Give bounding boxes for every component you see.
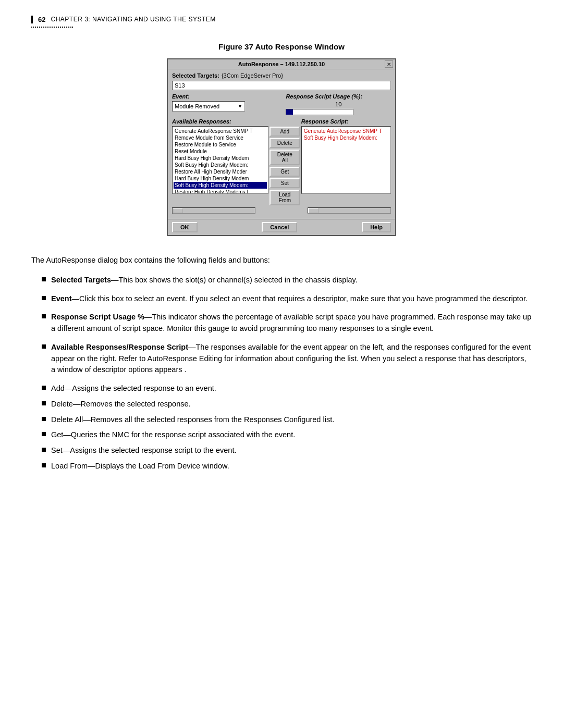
bullet-text: Selected Targets—This box shows the slot… <box>51 275 358 286</box>
bullet-icon <box>42 314 46 318</box>
simple-bullet-set: Set—Assigns the selected response script… <box>42 445 532 456</box>
bullet-text: Response Script Usage %—This indicator s… <box>51 312 532 335</box>
bullet-icon <box>42 401 46 405</box>
bullet-icon <box>42 417 46 421</box>
bullet-icon <box>42 386 46 390</box>
bullet-selected-targets: Selected Targets—This box shows the slot… <box>42 275 532 286</box>
dialog-body: Selected Targets: {3Com EdgeServer Pro} … <box>168 69 395 217</box>
simple-bullet-text: Set—Assigns the selected response script… <box>51 445 236 456</box>
script-item[interactable]: Soft Busy High Density Modem: <box>303 134 389 141</box>
bullet-icon <box>42 448 46 452</box>
scroll-row <box>172 207 391 214</box>
bullet-term: Event <box>51 294 72 303</box>
bullet-icon <box>42 296 46 300</box>
get-button[interactable]: Get <box>270 167 300 177</box>
scroll-thumb[interactable] <box>308 208 319 213</box>
simple-bullet-delete: Delete—Removes the selected response. <box>42 399 532 410</box>
bullet-term: Available Responses/Response Script <box>51 343 188 351</box>
response-usage-col: Response Script Usage (%): 10 <box>286 93 391 115</box>
simple-bullet-delete-all: Delete All—Removes all the selected resp… <box>42 414 532 426</box>
selected-targets-row: Selected Targets: {3Com EdgeServer Pro} <box>172 72 391 79</box>
event-value: Module Removed <box>175 103 219 109</box>
available-response-section: Available Responses: Generate AutoRespon… <box>172 118 391 205</box>
add-button[interactable]: Add <box>270 127 300 137</box>
response-usage-label: Response Script Usage (%): <box>286 93 391 100</box>
scroll-thumb[interactable] <box>173 208 183 213</box>
action-buttons-col: Add Delete Delete All Get Set Load From <box>268 118 301 205</box>
dialog-title: AutoResponse – 149.112.250.10 <box>178 61 385 67</box>
event-col: Event: Module Removed ▼ <box>172 93 277 115</box>
simple-bullet-text: Load From—Displays the Load From Device … <box>51 461 229 472</box>
list-item[interactable]: Soft Busy High Density Modem: <box>174 162 267 168</box>
help-button[interactable]: Help <box>362 222 391 232</box>
usage-value: 10 <box>286 101 391 107</box>
page-number: 62 <box>38 16 45 23</box>
script-label: Response Script: <box>301 118 391 125</box>
simple-bullet-text: Delete All—Removes all the selected resp… <box>51 414 334 426</box>
delete-button[interactable]: Delete <box>270 138 300 148</box>
page-header: 62 Chapter 3: Navigating and Using the S… <box>31 16 532 23</box>
bullet-event: Event—Click this box to select an event.… <box>42 293 532 305</box>
dropdown-arrow-icon: ▼ <box>238 104 242 109</box>
bullet-term: Response Script Usage % <box>51 313 144 321</box>
list-item[interactable]: Hard Busy High Density Modem <box>174 155 267 162</box>
dialog-titlebar: AutoResponse – 149.112.250.10 ✕ <box>168 59 395 69</box>
body-intro: The AutoResponse dialog box contains the… <box>31 255 532 266</box>
list-item[interactable]: Restore All High Density Moder <box>174 168 267 175</box>
close-button[interactable]: ✕ <box>385 60 393 68</box>
bullet-available-responses: Available Responses/Response Script—The … <box>42 342 532 376</box>
cancel-button[interactable]: Cancel <box>262 222 297 232</box>
header-divider <box>31 27 73 28</box>
bullet-list: Selected Targets—This box shows the slot… <box>42 275 532 376</box>
simple-bullet-text: Get—Queries the NMC for the response scr… <box>51 429 295 441</box>
event-dropdown[interactable]: Module Removed ▼ <box>172 101 245 112</box>
set-button[interactable]: Set <box>270 178 300 188</box>
bullet-response-usage: Response Script Usage %—This indicator s… <box>42 312 532 335</box>
simple-bullet-get: Get—Queries the NMC for the response scr… <box>42 429 532 441</box>
list-item[interactable]: Reset Module <box>174 148 267 155</box>
bullet-icon <box>42 277 46 281</box>
available-col: Available Responses: Generate AutoRespon… <box>172 118 268 205</box>
list-item[interactable]: Hard Busy High Density Modem <box>174 175 267 182</box>
scroll-bar-right[interactable] <box>308 207 391 214</box>
bullet-icon <box>42 344 46 349</box>
usage-bar-fill <box>286 109 293 115</box>
bullet-text: Available Responses/Response Script—The … <box>51 342 532 376</box>
selected-targets-label: Selected Targets: <box>172 72 219 79</box>
dialog-footer: OK Cancel Help <box>168 219 395 235</box>
usage-bar <box>286 109 353 115</box>
list-item-highlighted[interactable]: Soft Busy High Density Modem: <box>174 182 267 189</box>
scroll-bar-left[interactable] <box>172 207 255 214</box>
list-item[interactable]: Remove Module from Service <box>174 134 267 141</box>
available-label: Available Responses: <box>172 118 268 125</box>
list-item[interactable]: Restore High Density Modems I <box>174 189 267 194</box>
list-item[interactable]: Generate AutoResponse SNMP T <box>174 128 267 134</box>
ok-button[interactable]: OK <box>172 222 198 232</box>
simple-bullet-load-from: Load From—Displays the Load From Device … <box>42 461 532 472</box>
simple-bullet-text: Delete—Removes the selected response. <box>51 399 191 410</box>
dialog-window: AutoResponse – 149.112.250.10 ✕ Selected… <box>167 58 396 236</box>
event-response-row: Event: Module Removed ▼ Response Script … <box>172 93 391 115</box>
script-col: Response Script: Generate AutoResponse S… <box>301 118 391 205</box>
event-label: Event: <box>172 93 277 100</box>
simple-bullet-text: Add—Assigns the selected response to an … <box>51 383 216 394</box>
simple-bullet-add: Add—Assigns the selected response to an … <box>42 383 532 394</box>
s13-field[interactable]: S13 <box>172 81 391 90</box>
selected-targets-value: {3Com EdgeServer Pro} <box>222 72 283 79</box>
simple-bullet-list: Add—Assigns the selected response to an … <box>42 383 532 472</box>
bullet-term: Selected Targets <box>51 276 111 284</box>
script-item[interactable]: Generate AutoResponse SNMP T <box>303 128 389 134</box>
delete-all-button[interactable]: Delete All <box>270 150 300 165</box>
bullet-text: Event—Click this box to select an event.… <box>51 293 528 305</box>
available-list[interactable]: Generate AutoResponse SNMP T Remove Modu… <box>172 126 268 194</box>
bullet-icon <box>42 432 46 436</box>
list-item[interactable]: Restore Module to Service <box>174 141 267 148</box>
chapter-title: Chapter 3: Navigating and Using the Syst… <box>51 16 215 23</box>
dialog-wrapper: AutoResponse – 149.112.250.10 ✕ Selected… <box>31 58 532 236</box>
load-from-button[interactable]: Load From <box>270 190 300 205</box>
figure-caption: Figure 37 Auto Response Window <box>31 42 532 51</box>
script-list[interactable]: Generate AutoResponse SNMP T Soft Busy H… <box>301 126 391 194</box>
page-container: 62 Chapter 3: Navigating and Using the S… <box>0 0 563 728</box>
bullet-icon <box>42 463 46 467</box>
